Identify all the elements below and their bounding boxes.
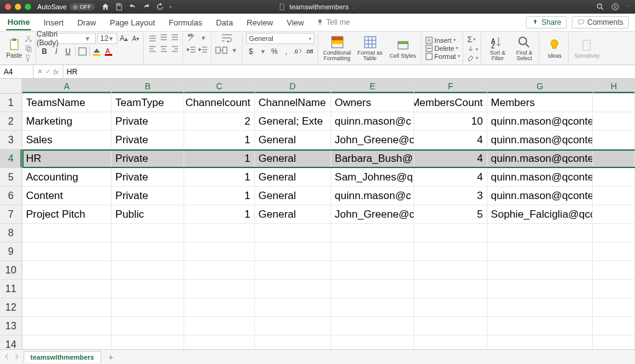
home-icon[interactable] xyxy=(101,2,110,11)
cell-G13[interactable] xyxy=(487,317,593,335)
cell-D5[interactable]: General xyxy=(255,168,331,187)
cell-G4[interactable]: quinn.mason@qconte xyxy=(487,149,593,168)
cell-A10[interactable] xyxy=(22,261,112,280)
italic-button[interactable]: I xyxy=(51,47,61,56)
decrease-indent-icon[interactable] xyxy=(187,45,197,55)
spreadsheet-grid[interactable]: ABCDEFGH 1234567891011121314 TeamsNameTe… xyxy=(0,79,635,349)
share-button[interactable]: Share xyxy=(526,16,567,29)
column-header-F[interactable]: F xyxy=(414,79,487,93)
fill-button[interactable]: ▾ xyxy=(467,45,478,53)
cell-B5[interactable]: Private xyxy=(112,168,184,187)
row-header-4[interactable]: 4 xyxy=(0,149,22,168)
cell-F8[interactable] xyxy=(414,224,487,242)
cell-H2[interactable] xyxy=(593,112,635,131)
row-header-2[interactable]: 2 xyxy=(0,112,22,131)
refresh-icon[interactable] xyxy=(156,2,164,11)
cell-C13[interactable] xyxy=(184,317,254,335)
cell-F9[interactable] xyxy=(414,242,487,261)
column-header-G[interactable]: G xyxy=(487,79,593,93)
column-header-B[interactable]: B xyxy=(112,79,184,93)
cell-G12[interactable] xyxy=(487,298,593,317)
cell-H8[interactable] xyxy=(593,224,635,242)
cell-D8[interactable] xyxy=(255,224,331,242)
sort-filter-button[interactable]: AZ Sort & Filter xyxy=(485,35,510,61)
row-header-9[interactable]: 9 xyxy=(0,242,22,261)
account-icon[interactable] xyxy=(611,2,619,11)
cell-F13[interactable] xyxy=(414,317,487,335)
cell-F1[interactable]: MembersCount xyxy=(414,94,487,112)
search-icon[interactable] xyxy=(596,2,605,11)
cell-C11[interactable] xyxy=(184,280,254,298)
paste-button[interactable]: Paste xyxy=(6,37,22,59)
cell-C1[interactable]: Channelcount xyxy=(184,94,254,112)
cell-D4[interactable]: General xyxy=(255,149,331,168)
cell-A9[interactable] xyxy=(22,242,112,261)
row-header-11[interactable]: 11 xyxy=(0,280,22,298)
cell-B6[interactable]: Private xyxy=(112,187,184,205)
column-headers[interactable]: ABCDEFGH xyxy=(22,79,635,94)
cell-D11[interactable] xyxy=(255,280,331,298)
cell-A13[interactable] xyxy=(22,317,112,335)
tab-review[interactable]: Review xyxy=(246,16,275,30)
cell-F10[interactable] xyxy=(414,261,487,280)
tab-home[interactable]: Home xyxy=(6,15,31,30)
cell-E6[interactable]: quinn.mason@c xyxy=(331,187,415,205)
cell-A6[interactable]: Content xyxy=(22,187,112,205)
cell-F11[interactable] xyxy=(414,280,487,298)
cell-H4[interactable] xyxy=(593,149,635,168)
cell-A11[interactable] xyxy=(22,280,112,298)
row-header-8[interactable]: 8 xyxy=(0,224,22,242)
cell-E9[interactable] xyxy=(331,242,415,261)
cell-G2[interactable]: quinn.mason@qconte xyxy=(487,112,593,131)
cell-E7[interactable]: John_Greene@c xyxy=(331,205,415,224)
orientation-icon[interactable]: ab xyxy=(187,33,197,43)
tab-draw[interactable]: Draw xyxy=(76,16,97,30)
cell-D10[interactable] xyxy=(255,261,331,280)
row-header-1[interactable]: 1 xyxy=(0,94,22,112)
cell-G10[interactable] xyxy=(487,261,593,280)
border-icon[interactable] xyxy=(78,47,87,56)
row-header-12[interactable]: 12 xyxy=(0,298,22,317)
add-sheet-button[interactable]: + xyxy=(105,352,117,362)
cell-D7[interactable]: General xyxy=(255,205,331,224)
cell-H13[interactable] xyxy=(593,317,635,335)
tab-view[interactable]: View xyxy=(285,16,305,30)
sheet-tab[interactable]: teamswithmembers xyxy=(24,351,101,363)
cell-C10[interactable] xyxy=(184,261,254,280)
ideas-button[interactable]: Ideas xyxy=(543,38,566,59)
cell-E10[interactable] xyxy=(331,261,415,280)
cell-B9[interactable] xyxy=(112,242,184,261)
column-header-D[interactable]: D xyxy=(255,79,331,93)
cell-G8[interactable] xyxy=(487,224,593,242)
cell-E4[interactable]: Barbara_Bush@ xyxy=(331,149,415,168)
tab-formulas[interactable]: Formulas xyxy=(167,16,203,30)
fx-icon[interactable]: fx xyxy=(53,68,59,76)
underline-button[interactable]: U xyxy=(63,47,73,56)
cell-A3[interactable]: Sales xyxy=(22,131,112,149)
cell-C2[interactable]: 2 xyxy=(184,112,254,131)
row-header-6[interactable]: 6 xyxy=(0,187,22,205)
find-select-button[interactable]: Find & Select xyxy=(512,35,536,61)
cell-H5[interactable] xyxy=(593,168,635,187)
clear-button[interactable]: ▾ xyxy=(467,54,478,61)
merge-icon[interactable] xyxy=(215,45,228,55)
autosum-button[interactable]: Σ▾ xyxy=(467,35,476,44)
decrease-font-icon[interactable]: A▾ xyxy=(131,33,141,43)
select-all-corner[interactable] xyxy=(0,79,22,94)
cell-G9[interactable] xyxy=(487,242,593,261)
wrap-text-icon[interactable] xyxy=(221,33,233,43)
format-as-table-button[interactable]: Format as Table xyxy=(355,35,386,61)
currency-icon[interactable]: $ xyxy=(246,47,256,56)
enter-formula-icon[interactable]: ✓ xyxy=(45,68,51,76)
cell-D6[interactable]: General xyxy=(255,187,331,205)
row-header-10[interactable]: 10 xyxy=(0,261,22,280)
cell-G5[interactable]: quinn.mason@qconte xyxy=(487,168,593,187)
cell-E3[interactable]: John_Greene@c xyxy=(331,131,415,149)
column-header-H[interactable]: H xyxy=(593,79,635,93)
cell-D3[interactable]: General xyxy=(255,131,331,149)
sheet-nav-prev[interactable] xyxy=(4,353,10,361)
cell-E8[interactable] xyxy=(331,224,415,242)
cell-F12[interactable] xyxy=(414,298,487,317)
cell-C12[interactable] xyxy=(184,298,254,317)
cell-F2[interactable]: 10 xyxy=(414,112,487,131)
